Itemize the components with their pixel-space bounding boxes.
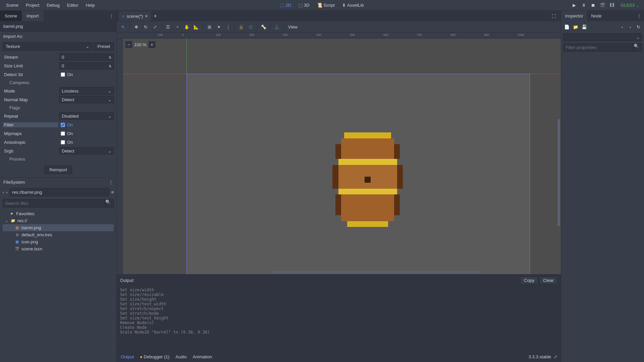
file-item-icon[interactable]: ▦icon.png [3, 238, 114, 245]
play-scene-button[interactable]: 🎬 [598, 1, 606, 9]
bottom-tab-audio[interactable]: Audio [175, 353, 187, 361]
scene-tab[interactable]: ○ scene(*) × [119, 11, 151, 21]
importer-dropdown[interactable]: Texture [3, 42, 92, 51]
add-scene-button[interactable]: + [151, 12, 159, 20]
prop-mipmaps-checkbox[interactable]: On [59, 131, 114, 136]
group-tool[interactable]: ⊡ [246, 23, 255, 31]
tab-inspector[interactable]: Inspector [561, 11, 587, 21]
collapse-panel-icon[interactable]: ⤢ [554, 354, 557, 359]
res-root-folder[interactable]: ⌄📁res:// [3, 217, 114, 224]
menu-scene[interactable]: Scene [3, 1, 22, 10]
history-forward-icon[interactable]: › [627, 23, 634, 31]
prop-anisotropic-checkbox[interactable]: On [59, 140, 114, 145]
prop-srgb-dropdown[interactable]: Detect [59, 147, 114, 155]
distraction-free-icon[interactable]: ⛶ [549, 14, 559, 19]
anchor-tool[interactable]: ⚓ [272, 23, 281, 31]
prop-repeat-label: Repeat [3, 114, 58, 119]
viewport-scrollbar-h[interactable] [270, 271, 482, 274]
reimport-button[interactable]: Reimport [44, 166, 72, 174]
pan-tool[interactable]: ✋ [182, 23, 191, 31]
prop-mode-dropdown[interactable]: Lossless [59, 87, 114, 95]
inspector-filter-input[interactable] [563, 43, 633, 52]
file-item-scene[interactable]: 🎬scene.tscn [3, 245, 114, 252]
prop-repeat-dropdown[interactable]: Disabled [59, 112, 114, 120]
play-button[interactable]: ▶ [570, 1, 578, 9]
prop-detect3d-label: Detect 3d [3, 72, 58, 77]
search-icon[interactable]: 🔍 [105, 199, 114, 207]
play-custom-button[interactable]: 🎞 [608, 1, 616, 9]
ruler-tool[interactable]: 📐 [192, 23, 201, 31]
select-tool[interactable]: ↖ [119, 23, 127, 31]
mode-2d[interactable]: ⬚2D [277, 1, 294, 10]
stop-button[interactable]: ⏹ [589, 1, 597, 9]
collapse-icon: ⌄ [4, 219, 9, 223]
tab-import[interactable]: Import [22, 11, 44, 21]
mode-3d[interactable]: ⬚3D [295, 1, 313, 10]
bottom-tab-debugger[interactable]: ● Debugger (1) [139, 353, 170, 361]
barrel-sprite[interactable] [332, 132, 403, 233]
close-icon[interactable]: × [145, 13, 148, 19]
move-tool[interactable]: ✥ [132, 23, 141, 31]
search-icon[interactable]: 🔍 [633, 43, 642, 52]
output-copy-button[interactable]: Copy [520, 277, 538, 284]
scene-icon: 🎬 [15, 247, 19, 251]
file-item-barrel[interactable]: ▦barrel.png [3, 224, 114, 231]
mode-script[interactable]: 📜Script [314, 1, 338, 10]
viewport-scrollbar-v[interactable] [557, 119, 560, 226]
mode-assetlib[interactable]: ⬇AssetLib [339, 1, 367, 10]
load-resource-icon[interactable]: 📁 [572, 23, 579, 31]
tab-scene[interactable]: Scene [0, 11, 22, 21]
prop-detect3d-checkbox[interactable]: On [59, 72, 114, 77]
dock-options-icon[interactable]: ⋮ [634, 11, 644, 21]
bone-tool[interactable]: 🦴 [259, 23, 268, 31]
separator [203, 24, 203, 30]
menu-help[interactable]: Help [83, 1, 98, 10]
view-menu[interactable]: View [285, 24, 300, 29]
zoom-in-button[interactable]: + [149, 41, 155, 48]
history-icon[interactable]: ↻ [635, 23, 642, 31]
lock-tool[interactable]: 🔒 [237, 23, 246, 31]
history-back-icon[interactable]: ‹ [619, 23, 626, 31]
dock-options-icon[interactable]: ⋮ [107, 13, 116, 18]
prop-mipmaps-label: Mipmaps [3, 131, 58, 136]
menu-debug[interactable]: Debug [43, 1, 63, 10]
snap-options[interactable]: ⋮ [224, 23, 232, 31]
bottom-tab-animation[interactable]: Animation [192, 353, 213, 361]
pause-button[interactable]: ⏸ [580, 1, 588, 9]
separator [257, 24, 257, 30]
prop-stream-input[interactable]: 0 [59, 53, 114, 61]
prop-filter-checkbox[interactable]: On [59, 122, 114, 127]
bottom-tab-output[interactable]: Output [120, 353, 135, 361]
renderer-selector[interactable]: GLES3 [619, 3, 641, 8]
prop-sizelimit-input[interactable]: 0 [59, 62, 114, 69]
list-select-tool[interactable]: ☰ [164, 23, 172, 31]
nav-forward-icon[interactable]: › [6, 190, 7, 195]
viewport-canvas[interactable]: − 100 % + [123, 39, 561, 274]
preset-button[interactable]: Preset [94, 42, 114, 51]
inspector-object-dropdown[interactable] [563, 33, 642, 41]
rotate-tool[interactable]: ↻ [141, 23, 150, 31]
tab-node[interactable]: Node [587, 11, 605, 21]
file-item-env[interactable]: ⊙default_env.tres [3, 231, 114, 238]
snap-toggle[interactable]: ⊞ [205, 23, 214, 31]
pivot-tool[interactable]: ✦ [173, 23, 182, 31]
prop-normalmap-value: Detect [62, 97, 74, 102]
filesystem-path-input[interactable] [10, 188, 109, 196]
prop-normalmap-dropdown[interactable]: Detect [59, 96, 114, 103]
zoom-out-button[interactable]: − [125, 41, 132, 48]
scale-tool[interactable]: ⤢ [151, 23, 159, 31]
new-resource-icon[interactable]: 📄 [563, 23, 571, 31]
menu-project[interactable]: Project [22, 1, 43, 10]
output-clear-button[interactable]: Clear [539, 277, 557, 284]
menu-editor[interactable]: Editor [64, 1, 82, 10]
prop-stream-value: 0 [62, 55, 64, 60]
favorites-folder[interactable]: ★Favorites: [3, 210, 114, 217]
nav-back-icon[interactable]: ‹ [3, 190, 4, 195]
split-view-icon[interactable]: ≡ [111, 190, 114, 195]
dock-options-icon[interactable]: ⋮ [109, 180, 113, 185]
smart-snap-toggle[interactable]: ✦ [214, 23, 223, 31]
chevron-down-icon [86, 44, 89, 49]
filesystem-search-input[interactable] [3, 199, 105, 207]
import-filename: barrel.png [0, 21, 116, 32]
save-resource-icon[interactable]: 💾 [581, 23, 588, 31]
